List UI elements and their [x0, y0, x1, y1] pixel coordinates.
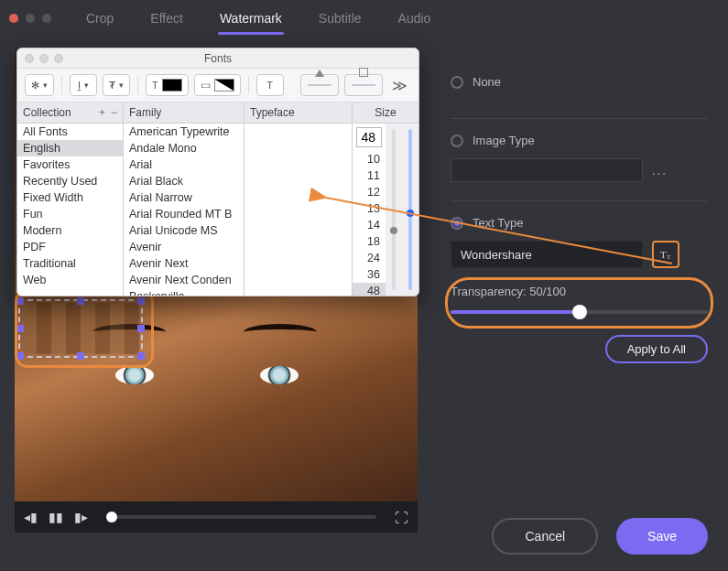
- tab-audio[interactable]: Audio: [398, 2, 431, 35]
- dialog-actions: Cancel Save: [451, 496, 708, 555]
- resize-handle-icon[interactable]: [77, 352, 84, 360]
- radio-icon[interactable]: [451, 76, 463, 89]
- list-item[interactable]: 24: [353, 250, 386, 266]
- list-item[interactable]: American Typewrite: [124, 124, 244, 140]
- list-item[interactable]: 48: [353, 283, 386, 296]
- kerning-slider[interactable]: [300, 74, 339, 96]
- option-label: Text Type: [473, 216, 523, 230]
- scroll-thumb-icon[interactable]: [390, 227, 397, 234]
- resize-handle-icon[interactable]: [137, 352, 145, 360]
- transparency-slider[interactable]: [451, 306, 708, 318]
- resize-handle-icon[interactable]: [137, 297, 145, 305]
- list-item[interactable]: Baskerville: [124, 288, 244, 296]
- col-family-label: Family: [124, 102, 244, 123]
- fonts-settings-button[interactable]: ✻▾: [25, 74, 54, 96]
- tab-effect[interactable]: Effect: [150, 2, 183, 35]
- list-item[interactable]: Traditional: [17, 255, 123, 272]
- minimize-icon[interactable]: [39, 54, 49, 63]
- family-list[interactable]: American TypewriteAndale MonoArialArial …: [124, 124, 244, 296]
- save-button[interactable]: Save: [616, 518, 708, 555]
- resize-handle-icon[interactable]: [137, 325, 145, 332]
- list-item[interactable]: Arial Rounded MT B: [124, 206, 244, 222]
- list-item[interactable]: Arial Narrow: [124, 189, 244, 206]
- text-color-button[interactable]: T: [146, 74, 189, 96]
- next-frame-button[interactable]: ▮▸: [74, 511, 88, 523]
- list-item[interactable]: PDF: [17, 239, 123, 255]
- tab-watermark[interactable]: Watermark: [220, 2, 282, 35]
- remove-collection-button[interactable]: −: [111, 106, 117, 119]
- image-path-field[interactable]: [451, 158, 643, 182]
- radio-icon[interactable]: [451, 217, 463, 230]
- option-label: None: [473, 75, 501, 89]
- list-item[interactable]: Avenir Next: [124, 255, 244, 272]
- underline-style-button[interactable]: I▾: [70, 74, 97, 96]
- strikethrough-style-button[interactable]: ₮▾: [103, 74, 130, 96]
- text-effects-button[interactable]: T: [256, 74, 284, 96]
- list-item[interactable]: Arial: [124, 156, 244, 173]
- resize-handle-icon[interactable]: [16, 297, 24, 305]
- typeface-list[interactable]: [244, 124, 353, 296]
- apply-to-all-button[interactable]: Apply to All: [605, 335, 708, 363]
- list-item[interactable]: 13: [353, 200, 386, 217]
- close-icon[interactable]: [25, 54, 34, 63]
- list-item[interactable]: Andale Mono: [124, 140, 244, 156]
- playhead-track[interactable]: [106, 515, 376, 519]
- col-typeface-label: Typeface: [244, 102, 353, 123]
- fonts-panel[interactable]: Fonts ✻▾ I▾ ₮▾ T ▭ T: [16, 48, 419, 296]
- cancel-button[interactable]: Cancel: [492, 518, 598, 555]
- list-item[interactable]: All Fonts: [17, 124, 123, 140]
- option-text-type[interactable]: Text Type: [451, 216, 708, 230]
- maximize-icon[interactable]: [54, 54, 63, 63]
- fonts-title: Fonts: [204, 52, 232, 65]
- list-item[interactable]: Avenir: [124, 239, 244, 255]
- slider-thumb-icon[interactable]: [407, 210, 414, 217]
- option-none[interactable]: None: [451, 75, 708, 89]
- fullscreen-button[interactable]: ⛶: [395, 511, 408, 524]
- size-scrollbar[interactable]: [386, 124, 402, 296]
- list-item[interactable]: Web: [17, 272, 123, 288]
- font-size-input[interactable]: [356, 127, 382, 147]
- maximize-window-icon[interactable]: [42, 14, 51, 23]
- add-collection-button[interactable]: +: [99, 106, 105, 119]
- list-item[interactable]: Recently Used: [17, 173, 123, 189]
- size-list[interactable]: 101112131418243648: [353, 151, 386, 296]
- open-fonts-button[interactable]: T T: [652, 241, 679, 268]
- list-item[interactable]: Avenir Next Conden: [124, 272, 244, 288]
- list-item[interactable]: 14: [353, 217, 386, 233]
- list-item[interactable]: Favorites: [17, 156, 123, 173]
- close-window-icon[interactable]: [9, 14, 18, 23]
- resize-handle-icon[interactable]: [16, 352, 24, 360]
- list-item[interactable]: 12: [353, 184, 386, 200]
- minimize-window-icon[interactable]: [26, 14, 35, 23]
- list-item[interactable]: Arial Unicode MS: [124, 222, 244, 239]
- document-color-button[interactable]: ▭: [194, 74, 241, 96]
- watermark-text-input[interactable]: [451, 241, 643, 268]
- list-item[interactable]: 10: [353, 151, 386, 167]
- slider-knob-icon[interactable]: [572, 305, 587, 319]
- resize-handle-icon[interactable]: [77, 297, 84, 305]
- tab-crop[interactable]: Crop: [86, 2, 114, 35]
- list-item[interactable]: Arial Black: [124, 173, 244, 189]
- watermark-selection[interactable]: [18, 299, 143, 358]
- size-slider[interactable]: [402, 124, 418, 296]
- list-item[interactable]: 18: [353, 233, 386, 250]
- collection-list[interactable]: All FontsEnglishFavoritesRecently UsedFi…: [17, 124, 124, 296]
- list-item[interactable]: Fun: [17, 206, 123, 222]
- shadow-slider[interactable]: [344, 74, 383, 96]
- list-item[interactable]: 36: [353, 266, 386, 283]
- option-image-type[interactable]: Image Type: [451, 134, 708, 147]
- list-item[interactable]: 11: [353, 167, 386, 184]
- tab-subtitle[interactable]: Subtitle: [319, 2, 362, 35]
- list-item[interactable]: Fixed Width: [17, 189, 123, 206]
- fonts-toolbar: ✻▾ I▾ ₮▾ T ▭ T ≫: [17, 69, 418, 102]
- list-item[interactable]: Modern: [17, 222, 123, 239]
- list-item[interactable]: English: [17, 140, 123, 156]
- prev-frame-button[interactable]: ◂▮: [24, 511, 38, 523]
- resize-handle-icon[interactable]: [16, 325, 24, 332]
- col-collection-label: Collection: [23, 106, 71, 119]
- play-pause-button[interactable]: ▮▮: [49, 511, 63, 523]
- playhead-knob-icon[interactable]: [106, 512, 117, 523]
- radio-icon[interactable]: [451, 135, 463, 147]
- more-tools-button[interactable]: ≫: [388, 77, 411, 94]
- browse-image-button[interactable]: ...: [652, 164, 668, 178]
